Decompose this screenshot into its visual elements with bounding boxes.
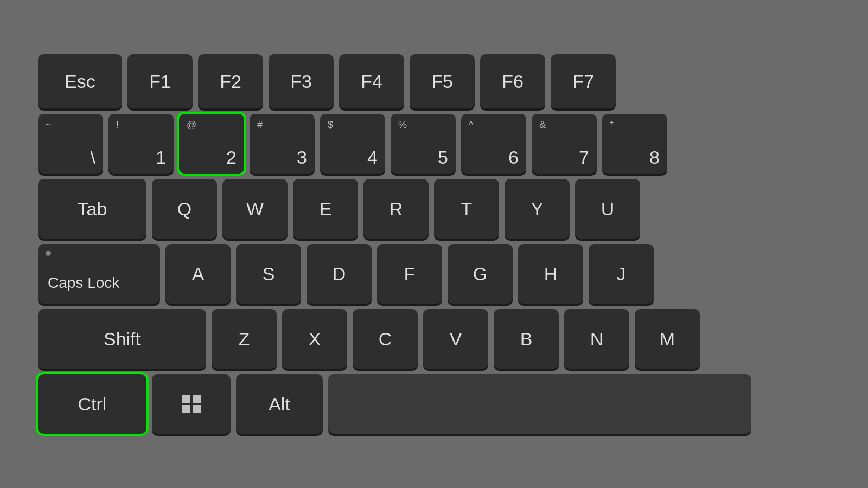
- f-key[interactable]: F: [377, 244, 442, 304]
- tilde-key[interactable]: ~ \: [38, 114, 103, 174]
- tab-key[interactable]: Tab: [38, 179, 146, 239]
- h-key[interactable]: H: [518, 244, 583, 304]
- alt-key[interactable]: Alt: [236, 374, 323, 434]
- win-key[interactable]: [152, 374, 231, 434]
- y-label: Y: [512, 198, 562, 220]
- svg-rect-0: [182, 395, 190, 403]
- d-key[interactable]: D: [307, 244, 372, 304]
- tilde-main: \: [46, 147, 95, 168]
- f2-key[interactable]: F2: [198, 54, 263, 108]
- svg-rect-1: [193, 395, 201, 403]
- 1-main: 1: [116, 147, 166, 168]
- g-key[interactable]: G: [448, 244, 513, 304]
- t-key[interactable]: T: [434, 179, 499, 239]
- f7-label: F7: [558, 71, 608, 92]
- w-key[interactable]: W: [222, 179, 288, 239]
- f1-label: F1: [135, 71, 185, 92]
- 4-key[interactable]: $ 4: [320, 114, 385, 174]
- zxcv-key-row: Shift Z X C V B N M: [38, 309, 751, 369]
- f3-label: F3: [276, 71, 326, 92]
- keyboard: Esc F1 F2 F3 F4 F5 F6 F7 ~ \ ! 1: [0, 33, 773, 455]
- q-key[interactable]: Q: [152, 179, 217, 239]
- f5-key[interactable]: F5: [410, 54, 475, 108]
- c-key[interactable]: C: [353, 309, 418, 369]
- e-key[interactable]: E: [293, 179, 358, 239]
- 1-top: !: [116, 119, 119, 131]
- x-label: X: [290, 329, 340, 350]
- v-label: V: [431, 329, 481, 350]
- shift-key[interactable]: Shift: [38, 309, 206, 369]
- f3-key[interactable]: F3: [269, 54, 334, 108]
- n-key[interactable]: N: [564, 309, 629, 369]
- s-key[interactable]: S: [236, 244, 301, 304]
- f7-key[interactable]: F7: [551, 54, 616, 108]
- u-key[interactable]: U: [575, 179, 640, 239]
- 8-top: *: [610, 119, 614, 131]
- number-key-row: ~ \ ! 1 @ 2 # 3 $ 4 % 5 ^ 6 & 7: [38, 114, 751, 174]
- f-label: F: [385, 264, 435, 285]
- space-key[interactable]: [328, 374, 751, 434]
- j-key[interactable]: J: [589, 244, 654, 304]
- 7-key[interactable]: & 7: [532, 114, 597, 174]
- 6-top: ^: [469, 119, 473, 131]
- g-label: G: [455, 264, 505, 285]
- 4-main: 4: [328, 147, 378, 168]
- caps-lock-key[interactable]: Caps Lock: [38, 244, 160, 304]
- 6-main: 6: [469, 147, 519, 168]
- n-label: N: [572, 329, 622, 350]
- 7-main: 7: [539, 147, 589, 168]
- m-key[interactable]: M: [635, 309, 700, 369]
- w-label: W: [230, 198, 280, 220]
- c-label: C: [360, 329, 410, 350]
- shift-label: Shift: [46, 329, 199, 350]
- svg-rect-2: [182, 405, 190, 413]
- 8-main: 8: [610, 147, 660, 168]
- m-label: M: [642, 329, 692, 350]
- svg-rect-3: [193, 405, 201, 413]
- v-key[interactable]: V: [423, 309, 488, 369]
- 5-key[interactable]: % 5: [391, 114, 456, 174]
- 3-main: 3: [257, 147, 307, 168]
- f2-label: F2: [206, 71, 256, 92]
- a-key[interactable]: A: [165, 244, 231, 304]
- d-label: D: [314, 264, 364, 285]
- 2-top: @: [187, 119, 196, 131]
- y-key[interactable]: Y: [505, 179, 570, 239]
- f4-key[interactable]: F4: [339, 54, 404, 108]
- 8-key[interactable]: * 8: [602, 114, 667, 174]
- esc-label: Esc: [46, 71, 114, 92]
- 1-key[interactable]: ! 1: [108, 114, 174, 174]
- f1-key[interactable]: F1: [127, 54, 193, 108]
- f6-key[interactable]: F6: [480, 54, 545, 108]
- qwerty-key-row: Tab Q W E R T Y U: [38, 179, 751, 239]
- q-label: Q: [159, 198, 209, 220]
- alt-label: Alt: [244, 394, 315, 415]
- 2-key[interactable]: @ 2: [179, 114, 244, 174]
- 3-key[interactable]: # 3: [250, 114, 315, 174]
- f6-label: F6: [488, 71, 538, 92]
- 6-key[interactable]: ^ 6: [461, 114, 526, 174]
- b-label: B: [501, 329, 551, 350]
- t-label: T: [442, 198, 492, 220]
- 4-top: $: [328, 119, 333, 131]
- function-key-row: Esc F1 F2 F3 F4 F5 F6 F7: [38, 54, 751, 108]
- u-label: U: [583, 198, 633, 220]
- b-key[interactable]: B: [494, 309, 559, 369]
- tab-label: Tab: [46, 198, 139, 220]
- f4-label: F4: [347, 71, 397, 92]
- a-label: A: [173, 264, 223, 285]
- ctrl-key[interactable]: Ctrl: [38, 374, 146, 434]
- 7-top: &: [539, 119, 546, 131]
- j-label: J: [596, 264, 646, 285]
- ctrl-label: Ctrl: [46, 394, 139, 415]
- r-label: R: [371, 198, 421, 220]
- z-key[interactable]: Z: [212, 309, 277, 369]
- bottom-key-row: Ctrl Alt: [38, 374, 751, 434]
- f5-label: F5: [417, 71, 467, 92]
- caps-lock-indicator: [46, 251, 51, 256]
- 3-top: #: [257, 119, 263, 131]
- x-key[interactable]: X: [282, 309, 347, 369]
- r-key[interactable]: R: [363, 179, 429, 239]
- e-label: E: [301, 198, 350, 220]
- esc-key[interactable]: Esc: [38, 54, 122, 108]
